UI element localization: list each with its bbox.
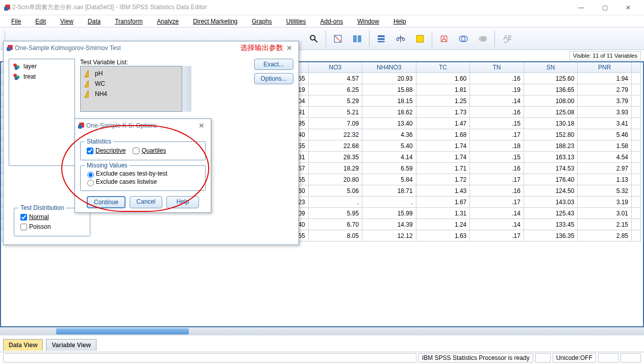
menu-graphs[interactable]: Graphs: [244, 16, 279, 27]
horizontal-scrollbar[interactable]: [0, 327, 644, 335]
statusbar: IBM SPSS Statistics Processor is ready U…: [0, 352, 644, 363]
minimize-button[interactable]: —: [569, 0, 593, 15]
menu-view[interactable]: View: [53, 16, 81, 27]
menu-transform[interactable]: Transform: [108, 16, 150, 27]
exclude-lw-radio[interactable]: [87, 180, 94, 186]
exact-button[interactable]: Exact...: [254, 59, 293, 70]
source-var-list[interactable]: layer treat: [9, 59, 75, 166]
normal-checkbox[interactable]: [20, 214, 27, 221]
test-var-wc: WC: [83, 79, 180, 89]
menu-window[interactable]: Window: [350, 16, 386, 27]
menu-direct-marketing[interactable]: Direct Marketing: [186, 16, 244, 27]
continue-button[interactable]: Continue: [87, 196, 126, 208]
value-labels-icon[interactable]: [411, 30, 429, 48]
col-no3: NO3: [308, 62, 362, 73]
col-tn: TN: [470, 62, 524, 73]
spss-app-icon: [4, 4, 12, 12]
svg-point-10: [402, 38, 405, 40]
test-var-nh4: NH4: [83, 89, 180, 99]
exclude-tbt-radio[interactable]: [87, 172, 94, 178]
venn-grey-icon: [474, 30, 492, 48]
descriptive-option[interactable]: Descriptive: [85, 147, 126, 154]
status-unicode: Unicode:OFF: [553, 353, 596, 362]
svg-rect-7: [378, 41, 385, 42]
close-window-button[interactable]: ✕: [616, 0, 640, 15]
weight-icon[interactable]: [348, 30, 366, 48]
view-tabs: Data View Variable View: [3, 339, 96, 351]
exclude-lw-option[interactable]: Exclude cases listwise: [85, 178, 157, 185]
menu-data[interactable]: Data: [81, 16, 108, 27]
svg-point-0: [310, 35, 315, 40]
svg-point-21: [15, 66, 18, 70]
src-var-treat: treat: [11, 71, 72, 82]
svg-text:A: A: [441, 35, 446, 42]
test-var-ph: pH: [83, 68, 180, 79]
menubar: File Edit View Data Transform Analyze Di…: [0, 15, 644, 28]
svg-rect-11: [416, 35, 424, 42]
ks-close-icon[interactable]: ✕: [283, 44, 295, 52]
poisson-checkbox[interactable]: [20, 224, 27, 230]
svg-rect-3: [353, 35, 357, 42]
help-button[interactable]: Help: [166, 196, 199, 208]
status-processor: IBM SPSS Statistics Processor is ready: [418, 353, 533, 362]
visible-vars-label: Visible: 11 of 11 Variables: [569, 51, 641, 60]
options-dialog-title: One-Sample K-S: Options: [86, 122, 195, 129]
tab-variable-view[interactable]: Variable View: [46, 339, 96, 351]
tab-data-view[interactable]: Data View: [3, 339, 43, 351]
quartiles-checkbox[interactable]: [133, 148, 139, 154]
missing-values-group: Missing Values Exclude cases test-by-tes…: [80, 165, 206, 191]
src-var-layer: layer: [11, 61, 72, 71]
window-controls: — ▢ ✕: [569, 0, 640, 15]
options-close-icon[interactable]: ✕: [195, 122, 208, 130]
svg-rect-5: [378, 35, 385, 37]
sets-icon[interactable]: A: [435, 30, 453, 48]
titlebar: 2-5cm单因素方差分析.sav [DataSet3] - IBM SPSS S…: [0, 0, 644, 15]
ks-options-dialog: One-Sample K-S: Options ✕ Statistics Des…: [75, 118, 211, 213]
test-var-label: Test Variable List:: [80, 59, 249, 66]
menu-edit[interactable]: Edit: [28, 16, 53, 27]
cancel-button[interactable]: Cancel: [130, 196, 162, 208]
venn-icon[interactable]: [454, 30, 473, 48]
col-tc: TC: [416, 62, 470, 73]
svg-point-24: [15, 77, 18, 80]
window-title: 2-5cm单因素方差分析.sav [DataSet3] - IBM SPSS S…: [12, 3, 569, 12]
col-pnr: PNR: [578, 62, 632, 73]
spss-dlg-icon: [7, 44, 15, 52]
select-cases-icon[interactable]: [329, 30, 347, 48]
menu-file[interactable]: File: [4, 16, 28, 27]
descriptive-checkbox[interactable]: [87, 148, 93, 154]
col-nh4no3: NH4NO3: [362, 62, 416, 73]
menu-utilities[interactable]: Utilities: [279, 16, 313, 27]
red-annotation: 选择输出参数: [240, 43, 283, 53]
ks-dialog-title: One-Sample Kolmogorov-Smirnov Test: [15, 44, 240, 52]
find-icon[interactable]: [305, 30, 323, 48]
test-var-list[interactable]: pH WC NH4: [80, 66, 182, 112]
variables-icon[interactable]: [372, 30, 390, 48]
quartiles-option[interactable]: Quartiles: [131, 147, 166, 154]
exclude-tbt-option[interactable]: Exclude cases test-by-test: [85, 170, 167, 177]
svg-point-9: [397, 38, 399, 40]
col-sn: SN: [524, 62, 578, 73]
spellcheck-icon: ABC: [498, 30, 516, 48]
svg-rect-4: [358, 35, 361, 42]
svg-rect-6: [378, 38, 385, 39]
svg-point-17: [481, 36, 487, 41]
spss-dlg-icon-2: [78, 122, 86, 130]
svg-line-1: [314, 39, 317, 42]
statistics-group: Statistics Descriptive Quartiles: [80, 141, 206, 160]
svg-text:ABC: ABC: [503, 34, 511, 41]
balance-icon[interactable]: [391, 30, 410, 48]
maximize-button[interactable]: ▢: [593, 0, 616, 15]
options-button[interactable]: Options...: [254, 73, 293, 84]
menu-analyze[interactable]: Analyze: [150, 16, 186, 27]
menu-addons[interactable]: Add-ons: [313, 16, 351, 27]
menu-help[interactable]: Help: [386, 16, 413, 27]
